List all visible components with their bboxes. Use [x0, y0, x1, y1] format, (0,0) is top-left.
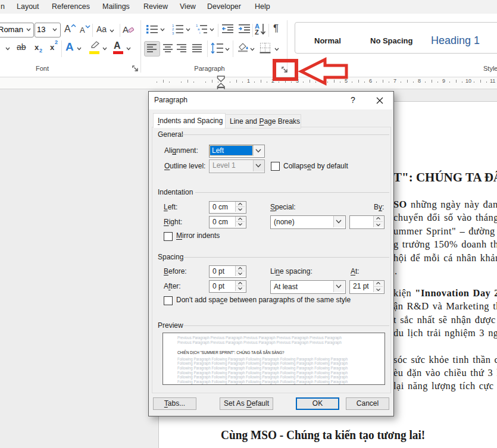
svg-text:2: 2 — [172, 27, 174, 31]
svg-text:3: 3 — [172, 32, 174, 35]
svg-text:i: i — [199, 31, 200, 35]
